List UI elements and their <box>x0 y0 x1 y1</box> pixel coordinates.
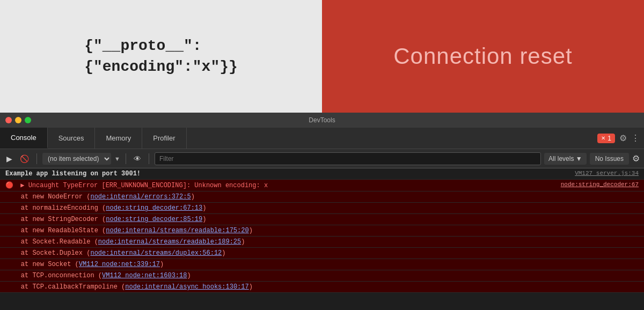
devtools-window: DevTools Console Sources Memory Profiler… <box>0 113 644 310</box>
tab-actions: ✕ 1 ⚙ ⋮ <box>593 128 644 149</box>
maximize-dot[interactable] <box>25 117 31 123</box>
minimize-dot[interactable] <box>15 117 21 123</box>
toolbar-separator-2 <box>126 153 126 164</box>
stack-link-9[interactable]: node:internal/async_hooks:130:17 <box>125 283 248 291</box>
stack-line-5: at Socket.Readable (node:internal/stream… <box>0 237 644 248</box>
more-options-icon[interactable]: ⋮ <box>631 133 640 143</box>
stack-text-6: at Socket.Duplex (node:internal/streams/… <box>5 249 639 257</box>
stack-line-4: at new ReadableState (node:internal/stre… <box>0 225 644 237</box>
console-toolbar: ▶ 🚫 (no item selected) ▼ 👁 All levels ▼ … <box>0 149 644 168</box>
stack-link-6[interactable]: node:internal/streams/duplex:56:12 <box>90 249 222 257</box>
error-panel: Connection reset <box>322 0 644 113</box>
tab-profiler[interactable]: Profiler <box>142 128 186 149</box>
code-panel: {"__proto__": {"encoding":"x"}} <box>0 0 322 113</box>
error-circle-icon: 🔴 <box>5 182 13 189</box>
stack-link-1[interactable]: node:internal/errors:372:5 <box>90 193 191 201</box>
window-controls <box>5 117 31 123</box>
live-expressions-icon[interactable]: 👁 <box>131 153 143 164</box>
error-count-badge[interactable]: ✕ 1 <box>597 134 615 143</box>
stack-text-8: at TCP.onconnection (VM112 node:net:1603… <box>5 272 639 279</box>
stack-link-3[interactable]: node:string_decoder:85:19 <box>106 216 202 223</box>
info-line-text: Example app listening on port 3001! <box>5 170 564 178</box>
close-dot[interactable] <box>5 117 12 123</box>
error-main-text: 🔴 ▶ Uncaught TypeError [ERR_UNKNOWN_ENCO… <box>5 181 550 189</box>
devtools-title: DevTools <box>309 116 335 124</box>
clear-button[interactable]: 🚫 <box>18 153 31 164</box>
stack-link-8[interactable]: VM112 node:net:1603:18 <box>102 272 187 279</box>
tab-sources[interactable]: Sources <box>48 128 96 149</box>
context-dropdown[interactable]: (no item selected) <box>42 153 111 165</box>
stack-link-4[interactable]: node:internal/streams/readable:175:20 <box>106 227 248 234</box>
stack-line-6: at Socket.Duplex (node:internal/streams/… <box>0 248 644 259</box>
connection-reset-title: Connection reset <box>393 43 573 69</box>
filter-input[interactable] <box>155 152 541 165</box>
log-levels-button[interactable]: All levels ▼ <box>544 153 587 165</box>
console-output[interactable]: Example app listening on port 3001! VM12… <box>0 168 644 310</box>
tab-memory[interactable]: Memory <box>95 128 142 149</box>
tab-bar: Console Sources Memory Profiler ✕ 1 ⚙ ⋮ <box>0 128 644 149</box>
stack-link-7[interactable]: VM112 node:net:339:17 <box>79 261 160 268</box>
toolbar-separator-3 <box>149 153 149 164</box>
stack-line-7: at new Socket (VM112 node:net:339:17) <box>0 259 644 270</box>
info-line-link[interactable]: VM127 server.js:34 <box>575 170 639 176</box>
stack-link-2[interactable]: node:string_decoder:67:13 <box>106 204 202 212</box>
stack-line-9: at TCP.callbackTrampoline (node:internal… <box>0 282 644 293</box>
execute-button[interactable]: ▶ <box>4 153 14 164</box>
toolbar-separator-1 <box>36 153 37 164</box>
stack-text-1: at new NodeError (node:internal/errors:3… <box>5 193 639 201</box>
dropdown-arrow-icon: ▼ <box>114 156 120 162</box>
stack-line-8: at TCP.onconnection (VM112 node:net:1603… <box>0 270 644 282</box>
stack-link-5[interactable]: node:internal/streams/readable:189:25 <box>98 238 241 246</box>
stack-text-5: at Socket.Readable (node:internal/stream… <box>5 238 639 246</box>
no-issues-button[interactable]: No Issues <box>590 153 629 165</box>
error-x-icon: ✕ <box>601 135 605 141</box>
stack-text-4: at new ReadableState (node:internal/stre… <box>5 227 639 234</box>
console-info-line: Example app listening on port 3001! VM12… <box>0 168 644 180</box>
code-text: {"__proto__": {"encoding":"x"}} <box>84 35 238 77</box>
stack-text-2: at normalizeEncoding (node:string_decode… <box>5 204 639 212</box>
tab-console[interactable]: Console <box>0 128 48 149</box>
error-count: 1 <box>608 135 611 142</box>
top-section: {"__proto__": {"encoding":"x"}} Connecti… <box>0 0 644 113</box>
titlebar: DevTools <box>0 113 644 128</box>
stack-text-9: at TCP.callbackTrampoline (node:internal… <box>5 283 639 291</box>
stack-line-1: at new NodeError (node:internal/errors:3… <box>0 191 644 203</box>
settings-gear-icon[interactable]: ⚙ <box>619 133 627 143</box>
console-error-main: 🔴 ▶ Uncaught TypeError [ERR_UNKNOWN_ENCO… <box>0 180 644 191</box>
stack-line-3: at new StringDecoder (node:string_decode… <box>0 214 644 225</box>
stack-text-3: at new StringDecoder (node:string_decode… <box>5 216 639 223</box>
error-main-link[interactable]: node:string_decoder:67 <box>561 181 639 188</box>
console-settings-icon[interactable]: ⚙ <box>632 153 640 164</box>
stack-text-7: at new Socket (VM112 node:net:339:17) <box>5 261 639 268</box>
stack-line-2: at normalizeEncoding (node:string_decode… <box>0 203 644 214</box>
